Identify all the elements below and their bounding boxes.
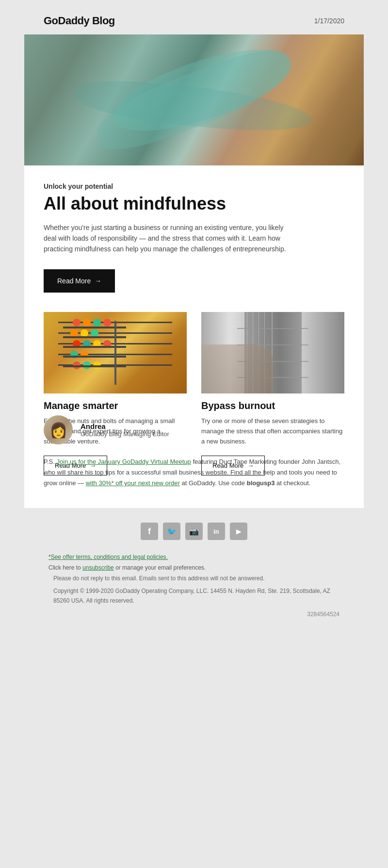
instagram-icon[interactable]: 📷 xyxy=(185,523,203,540)
author-name: Andrea xyxy=(81,422,169,430)
col2-title: Bypass burnout xyxy=(201,400,344,411)
ps-suffix: at GoDaddy. Use code xyxy=(182,479,247,487)
two-col-section: Manage smarter Explore the nuts and bolt… xyxy=(44,312,344,393)
read-more-label: Read More xyxy=(57,277,91,285)
no-reply-text: Please do not reply to this email. Email… xyxy=(53,575,265,582)
article-description: Whether you're just starting a business … xyxy=(44,222,296,255)
col2-description: Try one or more of these seven strategie… xyxy=(201,416,344,446)
footer-links: *See offer terms, conditions and legal p… xyxy=(44,552,344,606)
legal-link[interactable]: *See offer terms, conditions and legal p… xyxy=(48,554,168,560)
ps-link2[interactable]: with 30%* off your next new order xyxy=(86,479,180,487)
unsubscribe-link[interactable]: unsubscribe xyxy=(82,564,114,571)
unsubscribe-prefix: Click here to xyxy=(48,564,82,571)
footer: f 🐦 📷 in ▶ *See offer terms, conditions … xyxy=(24,508,364,627)
col2-image xyxy=(201,312,344,393)
ps-link1[interactable]: Join us for the January GoDaddy Virtual … xyxy=(57,458,191,465)
ps-code: blogusp3 xyxy=(247,479,275,487)
main-content: Unlock your potential All about mindfuln… xyxy=(24,165,364,508)
linkedin-icon[interactable]: in xyxy=(208,523,225,540)
hero-image xyxy=(24,34,364,165)
twitter-icon[interactable]: 🐦 xyxy=(163,523,180,540)
social-icons: f 🐦 📷 in ▶ xyxy=(44,523,344,540)
arrow-icon: → xyxy=(95,277,101,285)
ps-prefix: P.S. xyxy=(44,458,55,465)
author-avatar xyxy=(44,415,73,444)
author-role: GoDaddy Blog Managing Editor xyxy=(81,430,169,438)
col1-image xyxy=(44,312,187,393)
ps-end: at checkout. xyxy=(276,479,310,487)
youtube-icon[interactable]: ▶ xyxy=(230,523,247,540)
copyright-text: Copyright © 1999-2020 GoDaddy Operating … xyxy=(53,588,330,604)
article-label: Unlock your potential xyxy=(44,182,344,190)
col1: Manage smarter Explore the nuts and bolt… xyxy=(44,312,187,393)
main-read-more-button[interactable]: Read More → xyxy=(44,269,115,293)
tracking-id: 3284564524 xyxy=(44,606,344,618)
col1-title: Manage smarter xyxy=(44,400,187,411)
article-title: All about mindfulness xyxy=(44,194,344,213)
email-header: GoDaddy Blog 1/17/2020 xyxy=(24,10,364,34)
facebook-icon[interactable]: f xyxy=(141,523,158,540)
logo: GoDaddy Blog xyxy=(44,15,115,27)
unsubscribe-suffix: or manage your email preferences. xyxy=(115,564,206,571)
col2: Bypass burnout Try one or more of these … xyxy=(201,312,344,393)
ps-section: P.S. Join us for the January GoDaddy Vir… xyxy=(44,457,344,493)
email-date: 1/17/2020 xyxy=(314,17,344,25)
author-info: Andrea GoDaddy Blog Managing Editor xyxy=(81,422,169,438)
